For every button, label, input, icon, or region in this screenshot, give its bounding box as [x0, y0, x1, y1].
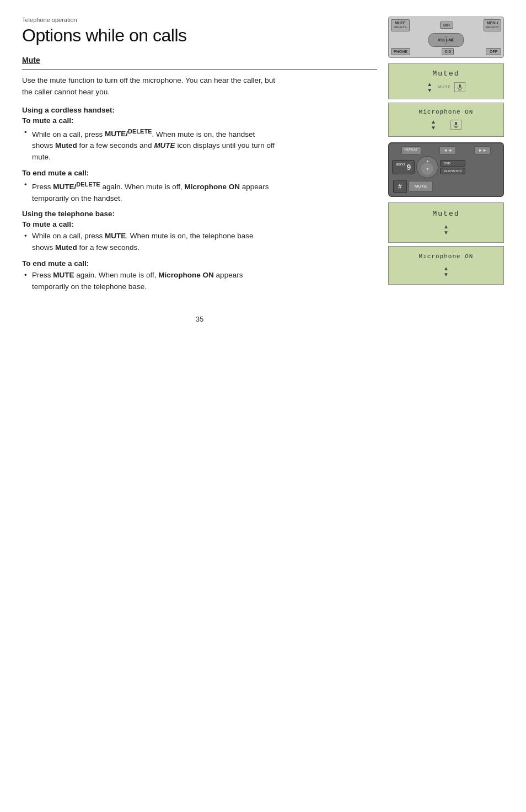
base-mid-row: WXYZ 9 ▲ ▼ DVD PLAY/STOP — [392, 156, 500, 178]
base-section: Using the telephone base: To mute a call… — [22, 210, 377, 293]
base-down-arrow-2: ▼ — [443, 271, 449, 277]
volume-label: VOLUME — [438, 38, 454, 42]
handset-muted-lcd: Muted ▲ ▼ MUTE — [388, 63, 504, 99]
mute-base-button: MUTE — [409, 181, 433, 191]
handset-muted-display: Muted — [432, 70, 459, 78]
select-label: SELECT — [486, 25, 499, 29]
mute-label: MUTE — [394, 21, 407, 25]
page-number: 35 — [22, 315, 377, 323]
cordless-heading: Using a cordless handset: — [22, 106, 377, 114]
base-device-image: REPEAT ◄◄ ►► WXYZ 9 ▲ ▼ DVD — [388, 142, 504, 197]
base-mute-bullet: While on a call, press MUTE. When mute i… — [22, 231, 276, 254]
muted-label-2: Muted — [55, 243, 77, 252]
mute-italic: MUTE — [154, 141, 175, 149]
nav-down: ▼ — [426, 167, 430, 171]
cordless-mute-heading: To mute a call: — [22, 116, 377, 125]
cordless-end-mute-bullet: Press MUTE/DELETE again. When mute is of… — [22, 179, 276, 204]
up-arrow-2: ▲ — [431, 119, 436, 125]
section-heading: Mute — [22, 56, 377, 65]
key-mute-delete: MUTE/DELETE — [105, 130, 152, 138]
svg-rect-3 — [455, 122, 457, 125]
page-title: Options while on calls — [22, 25, 377, 46]
microphone-on-label-1: Microphone ON — [185, 183, 240, 191]
bullet-text-4a: Press — [32, 271, 53, 279]
section-divider — [22, 69, 377, 70]
mute-icon-box — [454, 82, 465, 92]
key-mute-4: MUTE — [53, 271, 74, 279]
arrow-group-2: ▲ ▼ — [431, 119, 436, 131]
down-arrow-2: ▼ — [431, 125, 436, 131]
down-arrow-icon: ▼ — [427, 87, 432, 93]
base-up-arrow-2: ▲ — [443, 265, 449, 271]
base-down-arrow: ▼ — [443, 229, 449, 236]
left-column: Telephone operation Options while on cal… — [22, 17, 377, 323]
bullet-text-1a: While on a call, press — [32, 130, 105, 138]
base-microphone-display: Microphone ON — [419, 253, 474, 260]
key-mute-delete-2: MUTE/DELETE — [53, 183, 100, 191]
bullet-text-4b: again. When mute is off, — [74, 271, 159, 279]
mute-small-label: MUTE — [438, 85, 451, 89]
muted-label-1: Muted — [55, 141, 77, 149]
menu-label: MENU — [486, 21, 499, 25]
cordless-end-mute-heading: To end mute a call: — [22, 169, 377, 177]
fast-forward-button: ►► — [474, 146, 491, 154]
breadcrumb: Telephone operation — [22, 17, 377, 23]
off-button: OFF — [486, 48, 501, 55]
dvd-button: DVD — [440, 160, 465, 167]
nav-circle: ▲ ▼ — [416, 156, 438, 178]
volume-row: ▲ VOLUME ▼ — [391, 33, 501, 47]
base-end-mute-heading: To end mute a call: — [22, 259, 377, 268]
base-muted-lcd: Muted ▲ ▼ — [388, 202, 504, 243]
base-up-arrow: ▲ — [443, 223, 449, 229]
microphone-icon-box — [450, 120, 461, 130]
base-micro-arrows: ▲ ▼ — [443, 265, 449, 277]
handset-microphone-lcd: Microphone ON ▲ ▼ — [388, 103, 504, 137]
cordless-mute-bullet: While on a call, press MUTE/DELETE. When… — [22, 127, 276, 163]
bullet-text-3a: While on a call, press — [32, 232, 105, 240]
wxyz9-button: WXYZ 9 — [392, 160, 415, 174]
arrow-mute-group: ▲ ▼ — [427, 81, 432, 93]
base-top-row: REPEAT ◄◄ ►► — [392, 146, 500, 154]
bullet-text-2b: again. When mute is off, — [100, 183, 185, 191]
repeat-button: REPEAT — [401, 146, 421, 154]
nav-up: ▲ — [426, 159, 430, 163]
base-muted-display: Muted — [432, 210, 459, 218]
page-container: Telephone operation Options while on cal… — [0, 0, 526, 345]
base-mute-heading: To mute a call: — [22, 220, 377, 228]
volume-button: ▲ VOLUME ▼ — [428, 33, 464, 47]
handset-bottom-row: PHONE CID OFF — [391, 48, 501, 55]
base-muted-arrows: ▲ ▼ — [443, 223, 449, 236]
hash-button: # — [393, 180, 407, 193]
handset-top-buttons: MUTE DELETE DIR MENU SELECT — [391, 19, 501, 31]
delete-label: DELETE — [394, 25, 407, 29]
microphone-on-label-2: Microphone ON — [158, 271, 214, 279]
base-microphone-lcd: Microphone ON ▲ ▼ — [388, 246, 504, 285]
mute-delete-button: MUTE DELETE — [391, 19, 410, 31]
intro-text: Use the mute function to turn off the mi… — [22, 75, 276, 98]
dir-button: DIR — [440, 22, 453, 29]
handset-device-image: MUTE DELETE DIR MENU SELECT ▲ VOLUME ▼ — [388, 17, 504, 58]
bullet-text-1c: for a few seconds and — [77, 141, 154, 149]
bullet-text-3c: for a few seconds. — [77, 243, 139, 252]
handset-muted-controls: ▲ ▼ MUTE — [427, 81, 465, 93]
rewind-button: ◄◄ — [439, 146, 456, 154]
up-arrow-icon: ▲ — [427, 81, 432, 87]
phone-button: PHONE — [391, 48, 410, 55]
base-heading: Using the telephone base: — [22, 210, 377, 218]
menu-select-button: MENU SELECT — [484, 19, 501, 31]
right-base-btns: DVD PLAY/STOP — [440, 160, 465, 174]
wxyz-label: WXYZ — [396, 163, 405, 166]
cordless-section: Using a cordless handset: To mute a call… — [22, 106, 377, 205]
nine-label: 9 — [407, 163, 411, 172]
cid-button: CID — [442, 48, 454, 55]
base-end-mute-bullet: Press MUTE again. When mute is off, Micr… — [22, 270, 276, 293]
right-column: MUTE DELETE DIR MENU SELECT ▲ VOLUME ▼ — [388, 17, 509, 323]
microphone-icon — [457, 84, 463, 90]
base-bottom-row: # MUTE — [392, 180, 500, 193]
play-stop-button: PLAY/STOP — [440, 168, 465, 174]
key-mute-3: MUTE — [105, 232, 126, 240]
down-arrow: ▼ — [438, 42, 454, 45]
handset-microphone-display: Microphone ON — [419, 109, 474, 115]
bullet-text-2a: Press — [32, 183, 53, 191]
nav-inner: ▼ — [421, 163, 433, 175]
